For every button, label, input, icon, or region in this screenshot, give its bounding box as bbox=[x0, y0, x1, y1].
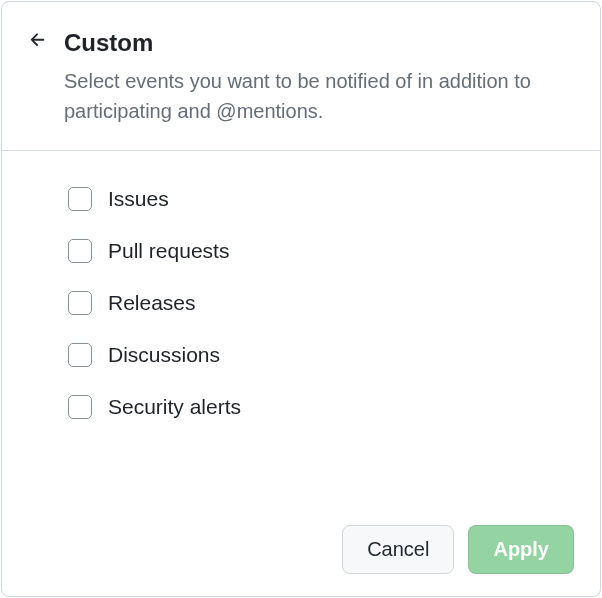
dialog-body: Issues Pull requests Releases Discussion… bbox=[2, 151, 600, 507]
option-security-alerts[interactable]: Security alerts bbox=[68, 395, 576, 419]
options-list: Issues Pull requests Releases Discussion… bbox=[68, 187, 576, 419]
cancel-button[interactable]: Cancel bbox=[342, 525, 454, 574]
custom-notifications-dialog: Custom Select events you want to be noti… bbox=[1, 1, 601, 597]
option-label: Security alerts bbox=[108, 396, 241, 417]
checkbox-releases[interactable] bbox=[68, 291, 92, 315]
option-label: Pull requests bbox=[108, 240, 229, 261]
option-discussions[interactable]: Discussions bbox=[68, 343, 576, 367]
option-releases[interactable]: Releases bbox=[68, 291, 576, 315]
arrow-left-icon bbox=[28, 30, 48, 54]
dialog-footer: Cancel Apply bbox=[2, 507, 600, 596]
checkbox-pull-requests[interactable] bbox=[68, 239, 92, 263]
checkbox-issues[interactable] bbox=[68, 187, 92, 211]
header-text: Custom Select events you want to be noti… bbox=[64, 26, 576, 126]
option-issues[interactable]: Issues bbox=[68, 187, 576, 211]
dialog-title: Custom bbox=[64, 26, 576, 60]
option-label: Issues bbox=[108, 188, 169, 209]
dialog-header: Custom Select events you want to be noti… bbox=[2, 2, 600, 151]
dialog-description: Select events you want to be notified of… bbox=[64, 66, 576, 126]
option-label: Releases bbox=[108, 292, 196, 313]
back-button[interactable] bbox=[26, 30, 50, 54]
checkbox-discussions[interactable] bbox=[68, 343, 92, 367]
checkbox-security-alerts[interactable] bbox=[68, 395, 92, 419]
option-label: Discussions bbox=[108, 344, 220, 365]
apply-button[interactable]: Apply bbox=[468, 525, 574, 574]
option-pull-requests[interactable]: Pull requests bbox=[68, 239, 576, 263]
